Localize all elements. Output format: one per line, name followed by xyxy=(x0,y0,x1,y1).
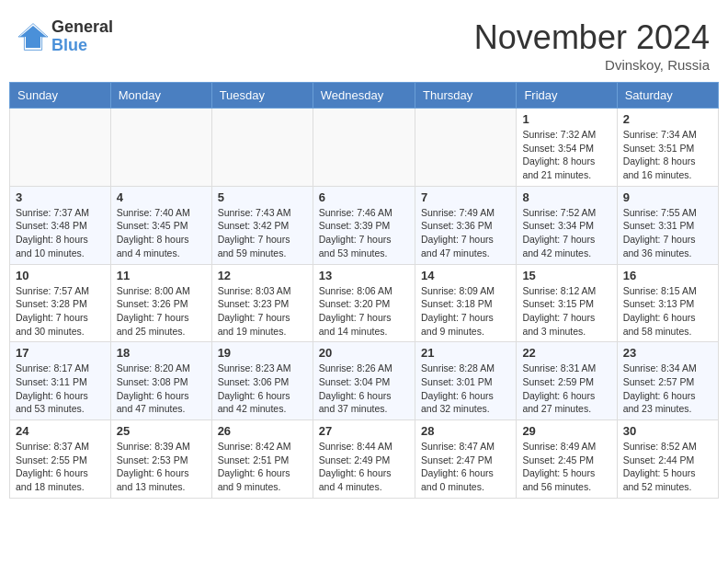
day-info: Sunrise: 8:42 AM Sunset: 2:51 PM Dayligh… xyxy=(218,440,307,494)
day-number: 3 xyxy=(16,190,105,204)
calendar-cell: 11Sunrise: 8:00 AM Sunset: 3:26 PM Dayli… xyxy=(110,264,211,342)
day-info: Sunrise: 8:12 AM Sunset: 3:15 PM Dayligh… xyxy=(522,284,610,339)
calendar-cell: 12Sunrise: 8:03 AM Sunset: 3:23 PM Dayli… xyxy=(211,264,313,342)
day-info: Sunrise: 8:09 AM Sunset: 3:18 PM Dayligh… xyxy=(421,284,510,339)
day-number: 13 xyxy=(319,269,409,282)
weekday-header: Tuesday xyxy=(211,83,313,109)
calendar-cell: 16Sunrise: 8:15 AM Sunset: 3:13 PM Dayli… xyxy=(617,264,718,342)
day-info: Sunrise: 8:52 AM Sunset: 2:44 PM Dayligh… xyxy=(623,440,712,494)
calendar-cell: 25Sunrise: 8:39 AM Sunset: 2:53 PM Dayli… xyxy=(110,420,211,499)
day-number: 15 xyxy=(522,269,610,282)
calendar-cell: 14Sunrise: 8:09 AM Sunset: 3:18 PM Dayli… xyxy=(415,264,516,342)
day-info: Sunrise: 8:28 AM Sunset: 3:01 PM Dayligh… xyxy=(421,362,510,416)
day-number: 4 xyxy=(117,190,206,204)
calendar-cell: 17Sunrise: 8:17 AM Sunset: 3:11 PM Dayli… xyxy=(10,342,111,420)
calendar-week-row: 10Sunrise: 7:57 AM Sunset: 3:28 PM Dayli… xyxy=(10,264,719,342)
day-info: Sunrise: 7:43 AM Sunset: 3:42 PM Dayligh… xyxy=(218,206,307,260)
weekday-header: Sunday xyxy=(10,83,111,109)
day-number: 12 xyxy=(218,269,307,282)
calendar-cell: 21Sunrise: 8:28 AM Sunset: 3:01 PM Dayli… xyxy=(415,342,516,420)
calendar-cell: 9Sunrise: 7:55 AM Sunset: 3:31 PM Daylig… xyxy=(617,186,718,264)
day-number: 7 xyxy=(421,190,510,204)
day-info: Sunrise: 7:37 AM Sunset: 3:48 PM Dayligh… xyxy=(16,206,105,260)
weekday-header: Saturday xyxy=(617,83,718,109)
day-number: 18 xyxy=(117,346,206,360)
day-info: Sunrise: 7:40 AM Sunset: 3:45 PM Dayligh… xyxy=(117,206,206,260)
day-info: Sunrise: 8:44 AM Sunset: 2:49 PM Dayligh… xyxy=(319,440,409,494)
calendar-cell xyxy=(10,109,111,187)
day-info: Sunrise: 8:03 AM Sunset: 3:23 PM Dayligh… xyxy=(218,284,307,339)
calendar-cell: 28Sunrise: 8:47 AM Sunset: 2:47 PM Dayli… xyxy=(415,420,516,499)
day-number: 16 xyxy=(623,269,712,282)
calendar-cell: 24Sunrise: 8:37 AM Sunset: 2:55 PM Dayli… xyxy=(10,420,111,499)
day-info: Sunrise: 8:20 AM Sunset: 3:08 PM Dayligh… xyxy=(117,362,206,416)
location: Dvinskoy, Russia xyxy=(474,57,710,73)
day-number: 6 xyxy=(319,190,409,204)
logo: General Blue xyxy=(18,18,113,55)
calendar-cell: 18Sunrise: 8:20 AM Sunset: 3:08 PM Dayli… xyxy=(110,342,211,420)
day-number: 22 xyxy=(522,346,610,360)
calendar-cell: 27Sunrise: 8:44 AM Sunset: 2:49 PM Dayli… xyxy=(313,420,415,499)
day-number: 25 xyxy=(117,424,206,438)
logo-blue-text: Blue xyxy=(51,37,113,55)
day-info: Sunrise: 7:57 AM Sunset: 3:28 PM Dayligh… xyxy=(16,284,105,339)
day-number: 21 xyxy=(421,346,510,360)
calendar-cell: 13Sunrise: 8:06 AM Sunset: 3:20 PM Dayli… xyxy=(313,264,415,342)
calendar-cell: 7Sunrise: 7:49 AM Sunset: 3:36 PM Daylig… xyxy=(415,186,516,264)
logo-icon xyxy=(18,22,48,52)
calendar-cell: 20Sunrise: 8:26 AM Sunset: 3:04 PM Dayli… xyxy=(313,342,415,420)
calendar-cell: 22Sunrise: 8:31 AM Sunset: 2:59 PM Dayli… xyxy=(517,342,617,420)
day-number: 10 xyxy=(16,269,105,282)
calendar-cell: 1Sunrise: 7:32 AM Sunset: 3:54 PM Daylig… xyxy=(517,109,617,187)
calendar-cell: 6Sunrise: 7:46 AM Sunset: 3:39 PM Daylig… xyxy=(313,186,415,264)
calendar-week-row: 1Sunrise: 7:32 AM Sunset: 3:54 PM Daylig… xyxy=(10,109,719,187)
day-number: 24 xyxy=(16,424,105,438)
day-info: Sunrise: 8:15 AM Sunset: 3:13 PM Dayligh… xyxy=(623,284,712,339)
day-number: 5 xyxy=(218,190,307,204)
day-number: 23 xyxy=(623,346,712,360)
calendar-week-row: 24Sunrise: 8:37 AM Sunset: 2:55 PM Dayli… xyxy=(10,420,719,499)
day-info: Sunrise: 8:37 AM Sunset: 2:55 PM Dayligh… xyxy=(16,440,105,494)
day-info: Sunrise: 7:52 AM Sunset: 3:34 PM Dayligh… xyxy=(522,206,610,260)
weekday-row: SundayMondayTuesdayWednesdayThursdayFrid… xyxy=(10,83,719,109)
weekday-header: Wednesday xyxy=(313,83,415,109)
day-info: Sunrise: 8:17 AM Sunset: 3:11 PM Dayligh… xyxy=(16,362,105,416)
day-info: Sunrise: 8:26 AM Sunset: 3:04 PM Dayligh… xyxy=(319,362,409,416)
calendar-cell: 23Sunrise: 8:34 AM Sunset: 2:57 PM Dayli… xyxy=(617,342,718,420)
calendar-week-row: 17Sunrise: 8:17 AM Sunset: 3:11 PM Dayli… xyxy=(10,342,719,420)
day-number: 28 xyxy=(421,424,510,438)
day-info: Sunrise: 7:34 AM Sunset: 3:51 PM Dayligh… xyxy=(623,128,712,182)
month-title: November 2024 xyxy=(474,18,710,57)
day-info: Sunrise: 8:31 AM Sunset: 2:59 PM Dayligh… xyxy=(522,362,610,416)
calendar-cell xyxy=(211,109,313,187)
calendar-cell xyxy=(415,109,516,187)
calendar-cell: 19Sunrise: 8:23 AM Sunset: 3:06 PM Dayli… xyxy=(211,342,313,420)
day-number: 1 xyxy=(522,112,610,126)
calendar-cell: 4Sunrise: 7:40 AM Sunset: 3:45 PM Daylig… xyxy=(110,186,211,264)
day-info: Sunrise: 7:46 AM Sunset: 3:39 PM Dayligh… xyxy=(319,206,409,260)
day-number: 26 xyxy=(218,424,307,438)
day-info: Sunrise: 7:49 AM Sunset: 3:36 PM Dayligh… xyxy=(421,206,510,260)
calendar-cell: 15Sunrise: 8:12 AM Sunset: 3:15 PM Dayli… xyxy=(517,264,617,342)
day-info: Sunrise: 8:34 AM Sunset: 2:57 PM Dayligh… xyxy=(623,362,712,416)
day-info: Sunrise: 8:00 AM Sunset: 3:26 PM Dayligh… xyxy=(117,284,206,339)
calendar-cell: 30Sunrise: 8:52 AM Sunset: 2:44 PM Dayli… xyxy=(617,420,718,499)
calendar-cell: 26Sunrise: 8:42 AM Sunset: 2:51 PM Dayli… xyxy=(211,420,313,499)
calendar-cell: 5Sunrise: 7:43 AM Sunset: 3:42 PM Daylig… xyxy=(211,186,313,264)
calendar-cell: 3Sunrise: 7:37 AM Sunset: 3:48 PM Daylig… xyxy=(10,186,111,264)
day-number: 2 xyxy=(623,112,712,126)
calendar-table: SundayMondayTuesdayWednesdayThursdayFrid… xyxy=(9,82,719,499)
logo-general-text: General xyxy=(51,18,113,37)
calendar-cell: 29Sunrise: 8:49 AM Sunset: 2:45 PM Dayli… xyxy=(517,420,617,499)
weekday-header: Thursday xyxy=(415,83,516,109)
weekday-header: Friday xyxy=(517,83,617,109)
calendar-header: SundayMondayTuesdayWednesdayThursdayFrid… xyxy=(10,83,719,109)
calendar-cell xyxy=(110,109,211,187)
day-info: Sunrise: 8:47 AM Sunset: 2:47 PM Dayligh… xyxy=(421,440,510,494)
day-info: Sunrise: 8:39 AM Sunset: 2:53 PM Dayligh… xyxy=(117,440,206,494)
day-info: Sunrise: 8:23 AM Sunset: 3:06 PM Dayligh… xyxy=(218,362,307,416)
day-number: 8 xyxy=(522,190,610,204)
day-number: 27 xyxy=(319,424,409,438)
calendar-cell: 10Sunrise: 7:57 AM Sunset: 3:28 PM Dayli… xyxy=(10,264,111,342)
calendar-body: 1Sunrise: 7:32 AM Sunset: 3:54 PM Daylig… xyxy=(10,109,719,499)
